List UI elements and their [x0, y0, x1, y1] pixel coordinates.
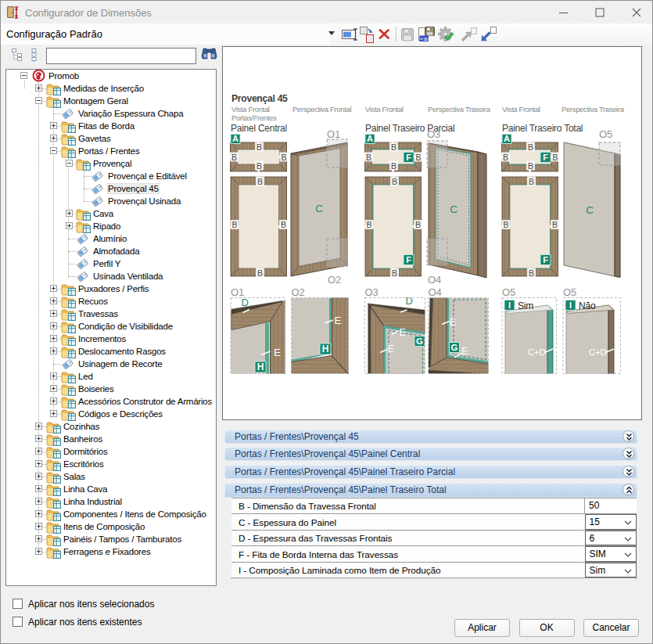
svg-text:O1: O1 [327, 128, 340, 140]
svg-text:A: A [232, 134, 239, 143]
svg-text:H: H [322, 344, 329, 354]
svg-text:I: I [569, 300, 572, 310]
svg-text:Perspectiva Traseira: Perspectiva Traseira [428, 105, 491, 113]
svg-text:Perspectiva Frontal: Perspectiva Frontal [292, 105, 351, 113]
svg-text:Portas/Frentes: Portas/Frentes [231, 113, 277, 122]
svg-text:O5: O5 [563, 286, 576, 298]
svg-text:B: B [257, 142, 262, 152]
svg-text:B: B [392, 268, 397, 278]
svg-text:O2: O2 [292, 286, 305, 298]
svg-text:Não: Não [579, 300, 596, 311]
svg-text:E: E [335, 315, 342, 326]
svg-text:Painel Traseiro Parcial: Painel Traseiro Parcial [365, 123, 454, 134]
svg-text:O5: O5 [502, 286, 515, 298]
svg-text:E: E [388, 344, 394, 354]
svg-text:A: A [504, 134, 510, 143]
svg-text:C: C [315, 203, 323, 214]
svg-text:F: F [406, 255, 411, 264]
svg-text:O4: O4 [428, 274, 441, 286]
svg-text:E: E [400, 327, 406, 338]
svg-text:C: C [450, 203, 457, 215]
svg-text:B: B [391, 142, 396, 152]
svg-text:B: B [231, 220, 237, 229]
svg-text:B: B [281, 220, 286, 229]
svg-text:B: B [528, 161, 533, 171]
svg-text:Vista Frontal: Vista Frontal [231, 105, 270, 113]
svg-text:F: F [543, 153, 548, 162]
svg-text:Provençal 45: Provençal 45 [231, 93, 288, 104]
svg-text:O5: O5 [599, 128, 612, 140]
svg-text:B: B [529, 177, 534, 186]
svg-text:B: B [415, 153, 421, 162]
svg-text:B: B [552, 220, 558, 229]
svg-text:B: B [503, 220, 508, 229]
svg-text:C+D: C+D [589, 347, 607, 357]
svg-text:B: B [257, 177, 263, 186]
svg-text:B: B [415, 220, 421, 229]
svg-text:B: B [392, 177, 397, 186]
svg-text:B: B [552, 153, 558, 162]
svg-text:H: H [257, 362, 264, 372]
svg-text:B: B [366, 220, 371, 229]
svg-text:B: B [366, 153, 371, 162]
svg-text:A: A [367, 134, 373, 143]
svg-text:Painel Traseiro Total: Painel Traseiro Total [502, 123, 583, 134]
svg-text:O2: O2 [328, 274, 341, 286]
svg-text:F: F [406, 153, 411, 162]
svg-text:Painel Central: Painel Central [231, 123, 287, 134]
svg-text:C: C [586, 204, 594, 216]
svg-text:I: I [508, 300, 511, 310]
svg-text:O3: O3 [365, 286, 379, 298]
svg-text:B: B [257, 268, 263, 278]
svg-text:Perspectiva Traseira: Perspectiva Traseira [562, 105, 625, 113]
svg-text:D: D [406, 295, 413, 307]
svg-text:E: E [274, 347, 281, 358]
svg-text:<a>: <a> [420, 35, 431, 42]
svg-text:G: G [451, 343, 458, 352]
svg-text:G: G [416, 336, 423, 346]
svg-text:O4: O4 [429, 286, 442, 298]
svg-text:F: F [543, 255, 548, 264]
svg-text:Vista Frontal: Vista Frontal [365, 105, 404, 113]
svg-text:Vista Frontal: Vista Frontal [502, 105, 540, 113]
svg-text:Sim: Sim [518, 300, 533, 311]
svg-text:B: B [503, 153, 508, 162]
svg-text:E: E [450, 317, 456, 328]
svg-text:B: B [257, 161, 262, 171]
svg-text:B: B [391, 161, 396, 171]
svg-text:O3: O3 [427, 128, 440, 140]
svg-text:C+D: C+D [528, 347, 546, 357]
svg-text:B: B [281, 153, 286, 162]
svg-text:B: B [529, 268, 534, 278]
svg-text:B: B [231, 153, 237, 162]
svg-text:B: B [528, 142, 533, 152]
svg-text:E: E [461, 346, 468, 357]
